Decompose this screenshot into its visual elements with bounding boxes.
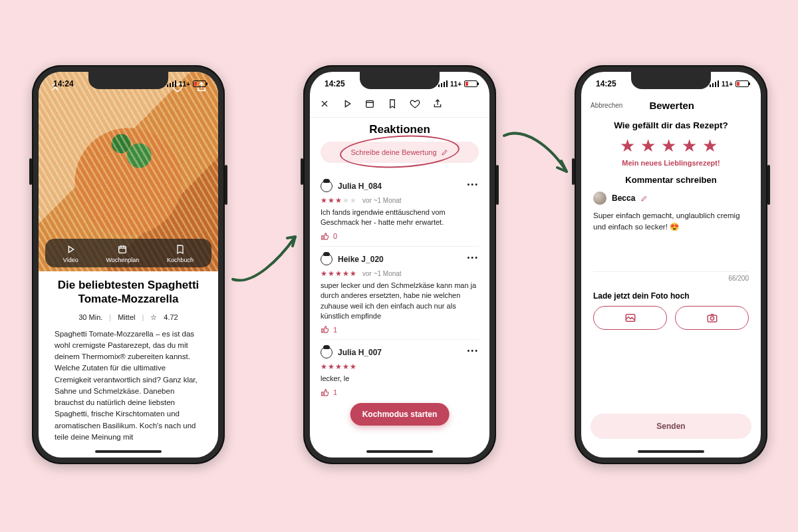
review-user: Julia H_007 (338, 348, 382, 357)
video-button[interactable]: Video (63, 244, 78, 263)
battery-icon (193, 80, 206, 87)
home-indicator (95, 450, 162, 453)
cook-mode-button[interactable]: Kochmodus starten (350, 403, 450, 426)
duration: 30 Min. (78, 313, 102, 322)
svg-point-4 (710, 317, 714, 320)
cookbook-button[interactable]: Kochbuch (167, 244, 194, 263)
reviews-list: Julia H_084•••★★★★★vor ~1 MonatIch fands… (310, 166, 489, 402)
calendar-icon[interactable] (364, 98, 375, 112)
write-review-button[interactable]: Schreibe deine Bewertung (321, 142, 479, 163)
notch (360, 72, 440, 89)
flow-arrow-2 (497, 120, 577, 202)
weekplan-button[interactable]: Wochenplan (106, 244, 139, 263)
review-user: Julia H_084 (338, 182, 382, 191)
author-name: Becca (612, 194, 635, 203)
review-text: Ich fands irgendwie enttäuschend vom Ges… (321, 207, 479, 228)
review-user: Heike J_020 (338, 255, 384, 264)
pencil-icon (441, 148, 449, 156)
flow-arrow-1 (226, 219, 306, 302)
signal-icon (438, 80, 448, 87)
weekplan-label: Wochenplan (106, 257, 139, 263)
like-count: 1 (333, 326, 337, 334)
battery-label: 11+ (179, 80, 190, 88)
phone-reactions: 14:25 11+ Reaktionen Schreibe deine Bewe… (303, 65, 496, 464)
more-icon[interactable]: ••• (467, 180, 479, 188)
heart-icon[interactable] (410, 98, 420, 112)
comment-textarea[interactable]: Super einfach gemacht, unglaublich cremi… (593, 210, 749, 245)
clock: 14:25 (596, 79, 616, 88)
clock: 14:24 (53, 79, 74, 88)
send-label: Senden (656, 422, 685, 431)
camera-button[interactable] (675, 306, 749, 330)
star-icon: ☆ (150, 313, 157, 322)
signal-icon (167, 80, 176, 87)
recipe-hero-image: 14:24 11+ (39, 72, 218, 271)
play-icon[interactable] (342, 98, 352, 112)
cancel-button[interactable]: Abbrechen (591, 102, 622, 109)
comment-heading: Kommentar schreiben (581, 175, 761, 185)
battery-label: 11+ (722, 80, 733, 88)
star-rating-input[interactable]: ★★★★★ (581, 136, 761, 156)
bookmark-icon[interactable] (387, 98, 398, 112)
close-icon[interactable] (319, 98, 330, 112)
write-review-label: Schreibe deine Bewertung (350, 148, 436, 156)
home-indicator (366, 450, 433, 453)
avatar (321, 253, 332, 265)
avatar (321, 346, 332, 358)
avatar (593, 192, 606, 205)
video-label: Video (63, 257, 78, 263)
review-item: Heike J_020•••★★★★★vor ~1 Monatsuper lec… (321, 246, 479, 340)
home-indicator (638, 450, 704, 453)
rating-question: Wie gefällt dir das Rezept? (581, 120, 761, 130)
upload-heading: Lade jetzt dein Foto hoch (581, 282, 761, 306)
toolbar (310, 96, 489, 118)
like-count: 1 (333, 388, 337, 396)
review-age: vor ~1 Monat (362, 270, 402, 277)
review-item: Julia H_007•••★★★★★lecker, le1 (321, 339, 479, 402)
reactions-heading: Reaktionen (310, 123, 489, 136)
star-rating: ★★★★★ (321, 269, 357, 278)
like-button[interactable]: 1 (321, 325, 479, 334)
phone-recipe-detail: 14:24 11+ (32, 65, 225, 464)
svg-rect-0 (119, 246, 126, 253)
battery-icon (735, 80, 749, 87)
like-count: 0 (333, 232, 337, 240)
cook-mode-label: Kochmodus starten (362, 410, 438, 419)
rating-value: 4.72 (164, 313, 178, 322)
share-icon[interactable] (432, 98, 443, 112)
more-icon[interactable]: ••• (467, 346, 479, 354)
recipe-title: Die beliebtesten Spaghetti Tomate-Mozzar… (55, 278, 202, 307)
more-icon[interactable]: ••• (467, 253, 479, 261)
star-rating: ★★★★★ (321, 362, 357, 371)
battery-label: 11+ (450, 80, 462, 88)
battery-icon (464, 80, 477, 87)
signal-icon (710, 80, 719, 87)
avatar (321, 180, 332, 192)
review-age: vor ~1 Monat (362, 197, 402, 204)
recipe-meta: 30 Min. | Mittel | ☆ 4.72 (55, 313, 202, 322)
star-rating: ★★★★★ (321, 196, 357, 205)
review-text: super lecker und den Schmelzkäse kann ma… (321, 281, 479, 322)
quick-action-bar: Video Wochenplan Kochbuch (45, 239, 211, 267)
recipe-description: Spaghetti Tomate-Mozzarella – es ist das… (55, 329, 202, 444)
char-counter: 66/200 (593, 271, 749, 282)
send-button[interactable]: Senden (591, 414, 751, 439)
clock: 14:25 (325, 79, 345, 88)
rating-caption: Mein neues Lieblingsrezept! (581, 159, 761, 167)
phone-rate: 14:25 11+ Abbrechen Bewerten Wie gefällt… (575, 65, 767, 464)
like-button[interactable]: 1 (321, 388, 479, 397)
pencil-icon[interactable] (640, 194, 648, 202)
page-title: Bewerten (649, 100, 694, 111)
cookbook-label: Kochbuch (167, 257, 194, 263)
notch (88, 72, 168, 89)
like-button[interactable]: 0 (321, 232, 479, 241)
review-text: lecker, le (321, 374, 479, 384)
difficulty: Mittel (118, 313, 135, 322)
notch (631, 72, 711, 89)
gallery-button[interactable] (593, 306, 667, 330)
svg-rect-1 (366, 100, 374, 107)
review-item: Julia H_084•••★★★★★vor ~1 MonatIch fands… (321, 174, 479, 246)
